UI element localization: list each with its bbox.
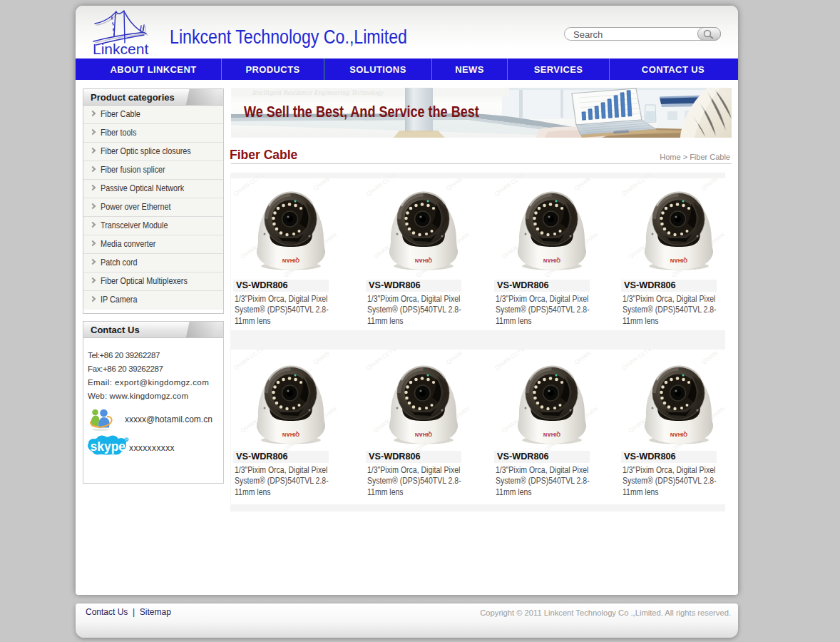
svg-text:Intelligent Residence Engineer: Intelligent Residence Engineering Techno… — [252, 88, 384, 96]
svg-text:We Sell the Best, And Service: We Sell the Best, And Service the Best — [244, 103, 479, 120]
svg-text:R: R — [126, 437, 129, 442]
svg-text:Linkcent: Linkcent — [93, 41, 148, 57]
svg-text:skype: skype — [91, 438, 126, 454]
